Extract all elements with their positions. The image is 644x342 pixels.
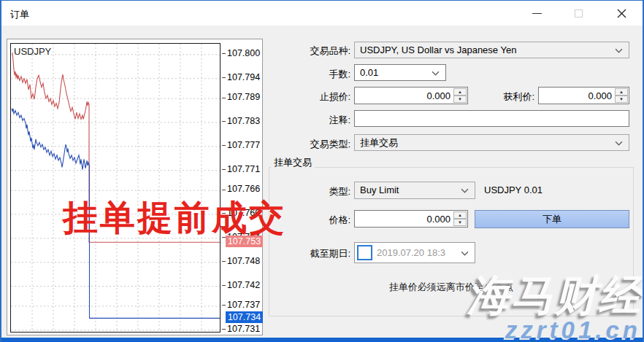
axis-tick <box>222 53 226 54</box>
axis-tick <box>222 285 226 286</box>
close-button[interactable] <box>605 1 638 25</box>
price-field: ▲ ▼ <box>354 210 468 228</box>
price-scale-label: 107.737 <box>227 300 260 310</box>
minimize-button[interactable] <box>520 1 553 25</box>
axis-tick <box>222 261 226 262</box>
chevron-down-icon <box>615 48 623 53</box>
price-input[interactable] <box>355 211 453 227</box>
axis-tick <box>222 329 226 330</box>
order-type-select[interactable]: Buy Limit <box>354 182 475 199</box>
axis-tick <box>222 169 226 170</box>
price-spinner: ▲ ▼ <box>453 211 467 226</box>
axis-tick <box>222 121 226 122</box>
maximize-icon <box>575 9 583 18</box>
symbol-select[interactable]: USDJPY, US Dollar vs Japanese Yen <box>354 42 629 58</box>
spin-down-button[interactable]: ▼ <box>453 96 467 103</box>
volume-label: 手数: <box>264 68 350 81</box>
take-profit-field: ▲ ▼ <box>538 87 629 104</box>
price-scale-label: 107.771 <box>227 164 260 174</box>
axis-tick <box>222 98 226 98</box>
watermark-site-text: zzrt01.cn <box>505 316 641 342</box>
price-scale-label: 107.748 <box>227 256 260 266</box>
maximize-button[interactable] <box>561 1 595 25</box>
spin-up-button[interactable]: ▲ <box>453 211 467 219</box>
bid-price-badge: 107.734 <box>226 311 263 323</box>
place-order-button[interactable]: 下单 <box>475 210 629 228</box>
stop-loss-label: 止损价: <box>264 90 350 104</box>
expiry-checkbox[interactable] <box>357 245 372 260</box>
order-type-value: Buy Limit <box>360 184 399 195</box>
annotation-overlay-text: 挂单提前成交 <box>63 195 286 241</box>
order-dialog-window: 订单 USDJPY 107.800107.794107.789107.78310… <box>0 0 644 342</box>
price-scale-label: 107.777 <box>227 140 260 150</box>
chart-plot[interactable]: USDJPY <box>10 43 221 333</box>
expiry-date-value: 2019.07.20 18:3 <box>377 247 445 258</box>
close-icon <box>617 9 626 18</box>
volume-select[interactable]: 0.01 <box>354 64 446 81</box>
chevron-down-icon <box>461 188 469 193</box>
pending-order-group-title: 挂单交易 <box>271 156 315 169</box>
price-scale-label: 107.766 <box>227 184 260 194</box>
axis-tick <box>222 145 226 146</box>
expiry-select[interactable]: 2019.07.20 18:3 <box>354 242 475 263</box>
axis-tick <box>222 190 226 190</box>
chevron-down-icon <box>615 141 623 146</box>
symbol-value: USDJPY, US Dollar vs Japanese Yen <box>360 44 516 55</box>
trade-type-value: 挂单交易 <box>360 137 398 148</box>
chevron-down-icon <box>432 71 440 76</box>
spin-down-button[interactable]: ▼ <box>453 219 467 226</box>
take-profit-input[interactable] <box>539 88 614 104</box>
stop-loss-input[interactable] <box>355 88 453 104</box>
price-scale: 107.800107.794107.789107.783107.777107.7… <box>222 39 263 335</box>
price-scale-label: 107.731 <box>227 324 260 334</box>
volume-value: 0.01 <box>360 67 378 78</box>
trade-type-select[interactable]: 挂单交易 <box>354 134 629 151</box>
chart-symbol-label: USDJPY <box>14 46 51 57</box>
stop-loss-field: ▲ ▼ <box>354 87 468 104</box>
order-type-label: 类型: <box>286 185 350 198</box>
trade-type-label: 交易类型: <box>264 138 350 151</box>
minimize-icon <box>532 13 542 14</box>
comment-label: 注释: <box>264 114 350 127</box>
chevron-down-icon <box>461 251 469 256</box>
order-summary-text: USDJPY 0.01 <box>484 184 543 195</box>
spin-up-button[interactable]: ▲ <box>453 88 467 96</box>
price-scale-label: 107.800 <box>227 48 260 58</box>
expiry-label: 截至期日: <box>286 247 350 260</box>
title-bar: 订单 <box>1 1 643 26</box>
spin-up-button[interactable]: ▲ <box>615 88 628 96</box>
price-scale-label: 107.794 <box>227 72 260 82</box>
axis-tick <box>222 77 226 78</box>
window-title: 订单 <box>10 8 29 21</box>
price-scale-label: 107.742 <box>227 280 260 290</box>
price-label: 价格: <box>286 214 350 227</box>
chart-panel: USDJPY 107.800107.794107.789107.783107.7… <box>7 39 263 335</box>
take-profit-spinner: ▲ ▼ <box>615 88 628 103</box>
axis-tick <box>222 305 226 306</box>
stop-loss-spinner: ▲ ▼ <box>453 88 467 103</box>
comment-input[interactable] <box>354 110 629 127</box>
symbol-label: 交易品种: <box>264 44 350 58</box>
take-profit-label: 获利价: <box>476 90 534 104</box>
price-scale-label: 107.789 <box>227 92 260 102</box>
spin-down-button[interactable]: ▼ <box>615 96 628 103</box>
price-scale-label: 107.783 <box>227 116 260 126</box>
